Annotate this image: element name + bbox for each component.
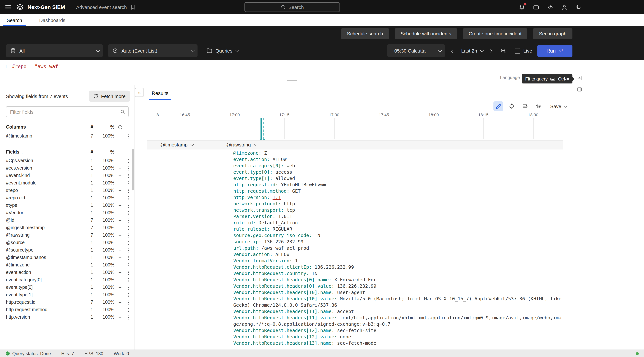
add-field-button[interactable] (115, 262, 125, 268)
field-menu-button[interactable] (125, 292, 132, 298)
fetch-more-button[interactable]: Fetch more (89, 90, 130, 102)
field-menu-button[interactable] (125, 158, 132, 164)
app-logo-icon[interactable] (16, 3, 24, 11)
field-menu-button[interactable] (125, 262, 132, 268)
remove-column-button[interactable] (115, 133, 125, 139)
tab-dashboards[interactable]: Dashboards (36, 14, 69, 26)
field-row[interactable]: #Cps.version 1 100% (0, 157, 134, 164)
add-field-button[interactable] (115, 195, 125, 201)
console-icon[interactable] (533, 4, 539, 10)
field-row[interactable]: event.category[0] 1 100% (0, 276, 134, 284)
field-menu-button[interactable] (125, 255, 132, 260)
field-row[interactable]: event.action 1 100% (0, 269, 134, 276)
field-row[interactable]: @id 7 100% (0, 216, 134, 224)
global-search-input[interactable]: Search (244, 2, 340, 12)
schedule-with-incidents-button[interactable]: Schedule with incidents (395, 28, 457, 39)
editor-resize-handle[interactable] (287, 80, 298, 81)
code-icon[interactable] (547, 4, 554, 10)
column-menu-button[interactable] (125, 133, 132, 139)
collapse-sidebar-button[interactable] (135, 88, 144, 97)
tab-results[interactable]: Results (152, 90, 168, 100)
field-menu-button[interactable] (125, 307, 132, 312)
zoom-out-icon[interactable] (499, 46, 508, 55)
user-icon[interactable] (561, 4, 568, 10)
field-row[interactable]: http.request.id 7 100% (0, 298, 134, 306)
add-field-button[interactable] (115, 188, 125, 194)
add-field-button[interactable] (115, 232, 125, 238)
add-field-button[interactable] (115, 307, 125, 313)
field-row[interactable]: @timestamp.nanos 1 100% (0, 254, 134, 261)
query-line[interactable]: 1 #repo = "aws_waf" (0, 60, 644, 69)
field-row[interactable]: @timezone 1 100% (0, 261, 134, 269)
time-range-dropdown[interactable]: Last 2h (461, 48, 483, 54)
timeline-chart[interactable]: 8 16:4517:0017:1517:3017:4518:0018:1518:… (147, 112, 574, 140)
selected-time-bucket[interactable] (260, 118, 265, 140)
add-field-button[interactable] (115, 247, 125, 253)
repo-scope-dropdown[interactable]: All (6, 44, 103, 57)
field-row[interactable]: #event.module 1 100% (0, 179, 134, 187)
field-row[interactable]: event.type[0] 1 100% (0, 284, 134, 291)
crosshair-icon[interactable] (507, 101, 517, 111)
language-label[interactable]: Language (500, 75, 520, 80)
field-menu-button[interactable] (125, 202, 132, 208)
field-row[interactable]: #repo.cid 1 100% (0, 194, 134, 202)
side-panel-icon[interactable] (577, 87, 582, 92)
notifications-bell-icon[interactable] (519, 4, 525, 10)
add-field-button[interactable] (115, 180, 125, 186)
fit-to-query-icon[interactable] (577, 76, 582, 81)
field-row[interactable]: event.type[1] 1 100% (0, 291, 134, 298)
schedule-search-button[interactable]: Schedule search (341, 28, 389, 39)
field-menu-button[interactable] (125, 225, 132, 230)
fields-title[interactable]: Fields (6, 150, 90, 155)
field-menu-button[interactable] (125, 195, 132, 201)
edit-pen-icon[interactable] (494, 101, 503, 111)
add-field-button[interactable] (115, 172, 125, 178)
timezone-dropdown[interactable]: +05:30 Calcutta (388, 44, 445, 57)
field-menu-button[interactable] (125, 314, 132, 320)
field-menu-button[interactable] (125, 247, 132, 253)
field-row[interactable]: http.request.method 1 100% (0, 306, 134, 314)
create-one-time-incident-button[interactable]: Create one-time incident (463, 28, 527, 39)
filter-fields-input[interactable] (6, 106, 128, 118)
add-field-button[interactable] (115, 314, 125, 320)
raw-lines[interactable]: @timezone: Zevent.action: ALLOWevent.cat… (233, 150, 563, 350)
tab-search[interactable]: Search (3, 14, 26, 26)
jump-to-list-icon[interactable] (520, 101, 530, 111)
field-row[interactable]: @source 1 100% (0, 239, 134, 246)
field-row[interactable]: #event.kind 1 100% (0, 172, 134, 179)
add-field-button[interactable] (115, 284, 125, 290)
field-row[interactable]: #ecs.version 1 100% (0, 164, 134, 172)
column-row[interactable]: @timestamp 7 100% (0, 132, 134, 140)
field-menu-button[interactable] (125, 232, 132, 238)
time-back-arrow[interactable] (450, 46, 456, 55)
dark-mode-moon-icon[interactable] (576, 4, 582, 10)
add-field-button[interactable] (115, 165, 125, 171)
add-field-button[interactable] (115, 299, 125, 305)
add-field-button[interactable] (115, 210, 125, 216)
add-field-button[interactable] (115, 240, 125, 246)
live-checkbox[interactable] (515, 48, 520, 54)
add-field-button[interactable] (115, 292, 125, 298)
field-row[interactable]: http.version 1 100% (0, 314, 134, 321)
menu-icon[interactable] (4, 3, 13, 11)
field-row[interactable]: #Vendor 1 100% (0, 209, 134, 216)
field-menu-button[interactable] (125, 210, 132, 216)
view-mode-dropdown[interactable]: Auto (Event List) (108, 44, 198, 57)
sort-icon[interactable] (534, 101, 544, 111)
field-row[interactable]: #type 1 100% (0, 202, 134, 209)
add-field-button[interactable] (115, 217, 125, 223)
field-row[interactable]: #repo 1 100% (0, 187, 134, 194)
field-row[interactable]: @sourcetype 1 100% (0, 246, 134, 254)
add-field-button[interactable] (115, 225, 125, 231)
queries-menu-button[interactable]: Queries (206, 48, 238, 54)
field-menu-button[interactable] (125, 218, 132, 223)
field-row[interactable]: @rawstring 7 100% (0, 232, 134, 239)
add-field-button[interactable] (115, 277, 125, 283)
field-menu-button[interactable] (125, 173, 132, 178)
field-menu-button[interactable] (125, 165, 132, 171)
field-menu-button[interactable] (125, 188, 132, 193)
add-field-button[interactable] (115, 158, 125, 164)
field-menu-button[interactable] (125, 270, 132, 275)
time-forward-arrow[interactable] (488, 46, 494, 55)
field-menu-button[interactable] (125, 277, 132, 283)
